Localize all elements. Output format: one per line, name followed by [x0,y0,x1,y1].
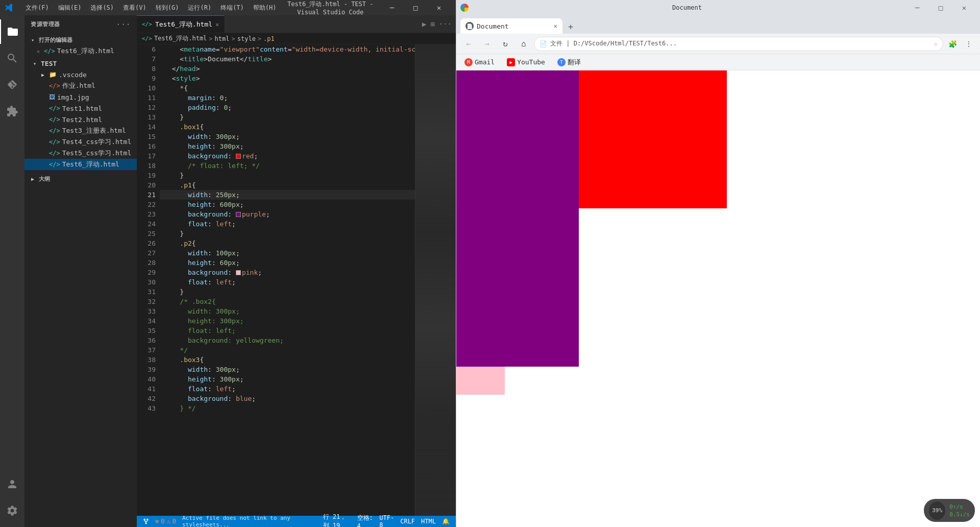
menu-edit[interactable]: 编辑(E) [54,3,86,13]
activity-settings[interactable] [0,498,24,523]
code-line-38: .box3{ [160,355,415,365]
menu-run[interactable]: 运行(R) [184,3,215,13]
code-editor[interactable]: <meta name="viewport" content="width=dev… [160,44,415,516]
open-editors-label: 打开的编辑器 [39,36,72,44]
menu-goto[interactable]: 转到(G) [152,3,183,13]
bookmark-translate[interactable]: T 翻译 [553,57,585,68]
activity-search[interactable] [0,46,24,70]
line-19: 19 [137,171,160,180]
activity-account[interactable] [0,472,24,496]
sidebar-more-button[interactable]: ··· [116,19,131,29]
bookmark-gmail[interactable]: M Gmail [460,57,499,67]
sidebar-item-test5[interactable]: </> Test5_css学习.html [24,148,137,159]
sidebar-item-img1[interactable]: 🖼 img1.jpg [24,91,137,103]
code-line-16: height: 300px; [160,141,415,151]
code-line-34: height: 300px; [160,316,415,326]
menu-terminal[interactable]: 终端(T) [216,3,248,13]
editor-tab-active[interactable]: </> Test6_浮动.html ✕ [137,15,225,33]
browser-menu-icon[interactable]: ⋮ [962,37,976,51]
sidebar-item-test1[interactable]: </> Test1.html [24,103,137,114]
browser-tab-document[interactable]: 📄 Document ✕ [460,18,562,34]
breadcrumb-html[interactable]: html [215,35,230,42]
bookmark-youtube[interactable]: ▶ YouTube [503,57,549,67]
forward-button[interactable]: → [479,36,495,52]
back-button[interactable]: ← [460,36,477,52]
browser-minimize-button[interactable]: ─ [905,0,929,15]
youtube-label: YouTube [517,58,545,66]
home-button[interactable]: ⌂ [516,36,532,52]
code-line-35: float: left; [160,326,415,336]
code-line-21: width: 250px; [160,190,415,200]
code-line-27: width: 100px; [160,248,415,258]
sidebar-item-test6[interactable]: </> Test6_浮动.html [24,159,137,170]
more-actions-button[interactable]: ··· [439,20,452,28]
activity-extensions[interactable] [0,99,24,124]
sidebar-item-zuoye[interactable]: </> 作业.html [24,80,137,91]
activity-explorer[interactable] [0,19,24,44]
close-button[interactable]: ✕ [427,0,451,15]
outline-section: ▶ 大纲 [24,170,137,185]
git-branch-status[interactable] [141,518,151,524]
error-count-status[interactable]: ⊗ 0 ⚠ 0 [153,518,178,525]
new-tab-button[interactable]: + [564,19,578,34]
bookmarks-bar: M Gmail ▶ YouTube T 翻译 [456,54,980,70]
speed-percent: 39% [932,507,942,514]
minimize-button[interactable]: ─ [380,0,404,15]
split-editor-button[interactable]: ⊞ [430,20,434,28]
line-col-status[interactable]: 行 21，列 19 [321,513,353,527]
open-editors-header[interactable]: ▾ 打开的编辑器 [24,34,137,45]
language-status[interactable]: HTML [419,518,438,525]
sidebar-item-test4[interactable]: </> Test4_css学习.html [24,136,137,148]
maximize-button[interactable]: □ [404,0,427,15]
line-21-active: 21 [137,190,160,200]
open-editor-item[interactable]: ✕ </> Test6_浮动.html [24,45,137,57]
breadcrumb-p1[interactable]: .p1 [263,35,275,42]
browser-close-button[interactable]: ✕ [952,0,976,15]
line-33: 33 [137,306,160,316]
spaces-status[interactable]: 空格: 4 [355,514,376,528]
code-line-43: } */ [160,403,415,413]
browser-maximize-button[interactable]: □ [929,0,952,15]
menu-file[interactable]: 文件(F) [21,3,53,13]
tab-close-button[interactable]: ✕ [215,21,219,28]
html-file-icon: </> [49,82,60,89]
address-bar[interactable]: 📄 文件 | D:/VScode/Html/TEST/Test6... ☆ [534,37,943,51]
breadcrumb-file[interactable]: Test6_浮动.html [154,34,207,43]
code-line-6: <meta name="viewport" content="width=dev… [160,44,415,54]
line-34: 34 [137,316,160,326]
test-folder-label: TEST [41,60,57,67]
editor-area: 6 7 8 9 10 11 12 13 14 15 16 17 18 19 20… [137,44,456,516]
minimap-content [415,44,456,516]
line-15: 15 [137,132,160,141]
menu-select[interactable]: 选择(S) [86,3,118,13]
test-folder-header[interactable]: ▾ TEST [24,58,137,69]
editor-close-icon[interactable]: ✕ [37,49,40,54]
color-swatch-pink [236,270,241,275]
sidebar-item-test3[interactable]: </> Test3_注册表.html [24,125,137,136]
line-18: 18 [137,161,160,171]
line-ending-status[interactable]: CRLF [398,518,417,525]
notification-bell-icon[interactable]: 🔔 [440,518,452,525]
status-message: Active file does not link to any stylesh… [180,515,313,527]
browser-toolbar-icons: 🧩 ⋮ [945,37,976,51]
code-line-17: background: red; [160,151,415,161]
sidebar-item-test2[interactable]: </> Test2.html [24,114,137,125]
bookmark-star-icon[interactable]: ☆ [934,40,938,47]
browser-content: 1 2 39% 0↑/s 0.5↓/s [456,70,980,527]
browser-titlebar-controls: ─ □ ✕ [905,0,976,15]
extensions-icon[interactable]: 🧩 [945,37,960,51]
run-button[interactable]: ▶ [422,20,426,28]
menu-view[interactable]: 查看(V) [119,3,151,13]
activity-git[interactable] [0,73,24,97]
sidebar-item-vscode[interactable]: ▶ 📁 .vscode [24,69,137,80]
encoding-status[interactable]: UTF-8 [377,514,396,527]
outline-header[interactable]: ▶ 大纲 [24,173,137,184]
line-43: 43 [137,403,160,413]
line-37: 37 [137,345,160,355]
refresh-button[interactable]: ↻ [497,36,513,52]
download-speed: 0.5↓/s [949,511,970,518]
line-7: 7 [137,54,160,64]
browser-tab-close-button[interactable]: ✕ [554,22,557,30]
breadcrumb-style[interactable]: style [237,35,256,42]
menu-help[interactable]: 帮助(H) [249,3,281,13]
